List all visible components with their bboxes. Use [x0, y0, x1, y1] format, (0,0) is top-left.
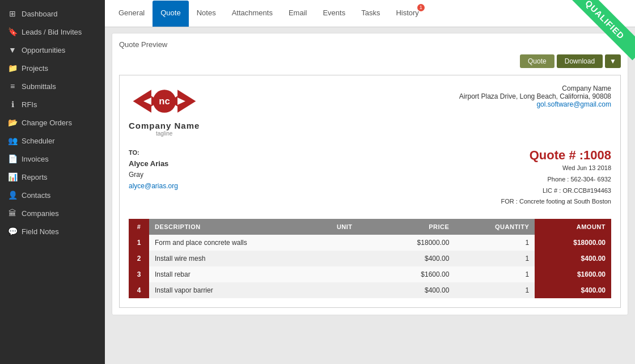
quote-actions-bar: Quote Download ▼ [119, 54, 621, 68]
th-num: # [129, 219, 149, 235]
sidebar-item-change-orders[interactable]: 📂 Change Orders [0, 113, 105, 132]
row-num: 1 [129, 235, 149, 251]
tab-tasks[interactable]: Tasks [353, 1, 388, 27]
sidebar-item-scheduler[interactable]: 👥 Scheduler [0, 132, 105, 150]
to-email: alyce@arias.org [129, 181, 178, 192]
sidebar-item-companies[interactable]: 🏛 Companies [0, 204, 105, 222]
sidebar-item-rfis[interactable]: ℹ RFIs [0, 95, 105, 113]
row-price: $400.00 [379, 282, 455, 298]
opportunities-icon: ▼ [8, 45, 17, 54]
sidebar-item-label: Reports [22, 173, 48, 181]
row-amount: $18000.00 [535, 235, 611, 251]
quote-number-section: Quote # :1008 Wed Jun 13 2018 Phone : 56… [501, 148, 611, 208]
download-button[interactable]: Download [557, 54, 603, 68]
quote-phone: Phone : 562-304- 6932 [501, 174, 611, 185]
tab-events[interactable]: Events [315, 1, 353, 27]
company-info: Company Name Airport Plaza Drive, Long B… [459, 84, 611, 108]
to-name: Alyce Arias [129, 158, 178, 170]
tab-bar: General Quote Notes Attachments Email Ev… [105, 0, 635, 27]
sidebar-item-contacts[interactable]: 👤 Contacts [0, 186, 105, 204]
sidebar-item-submittals[interactable]: ≡ Submittals [0, 77, 105, 95]
projects-icon: 📁 [8, 64, 17, 73]
quote-number: Quote # :1008 [501, 148, 611, 163]
row-num: 2 [129, 251, 149, 266]
row-price: $1600.00 [379, 266, 455, 282]
row-unit [331, 251, 379, 266]
company-tagline: tagline [156, 130, 172, 137]
history-badge: 1 [417, 4, 425, 11]
row-description: Form and place concrete walls [149, 235, 331, 251]
row-amount: $400.00 [535, 251, 611, 266]
sidebar-item-projects[interactable]: 📁 Projects [0, 59, 105, 77]
row-unit [331, 266, 379, 282]
sidebar-item-label: Invoices [22, 155, 49, 163]
table-row: 3 Install rebar $1600.00 1 $1600.00 [129, 266, 611, 282]
more-button[interactable]: ▼ [605, 54, 621, 68]
th-quantity: QUANTITY [455, 219, 535, 235]
sidebar-item-label: RFIs [22, 100, 37, 109]
sidebar-item-field-notes[interactable]: 💬 Field Notes [0, 222, 105, 240]
company-address: Airport Plaza Drive, Long Beach, Califor… [459, 92, 611, 100]
sidebar-item-label: Projects [22, 64, 48, 73]
sidebar-item-label: Contacts [22, 191, 50, 200]
main-wrapper: QUALIFIED General Quote Notes Attachment… [105, 0, 635, 364]
logo-svg: nc [130, 84, 198, 118]
row-price: $18000.00 [379, 235, 455, 251]
quote-for: FOR : Concrete footing at South Boston [501, 196, 611, 208]
invoices-icon: 📄 [8, 154, 17, 163]
table-row: 4 Install vapor barrier $400.00 1 $400.0… [129, 282, 611, 298]
dashboard-icon: ⊞ [8, 9, 17, 18]
reports-icon: 📊 [8, 172, 17, 181]
row-quantity: 1 [455, 235, 535, 251]
sidebar-item-label: Submittals [22, 82, 56, 91]
row-unit [331, 235, 379, 251]
sidebar-item-invoices[interactable]: 📄 Invoices [0, 150, 105, 168]
row-num: 3 [129, 266, 149, 282]
sidebar-item-dashboard[interactable]: ⊞ Dashboard [0, 5, 105, 23]
sidebar-item-label: Scheduler [22, 137, 55, 145]
sidebar-item-label: Companies [22, 209, 59, 218]
row-price: $400.00 [379, 251, 455, 266]
tab-notes[interactable]: Notes [189, 1, 224, 27]
svg-marker-0 [133, 90, 151, 113]
sidebar-item-leads[interactable]: 🔖 Leads / Bid Invites [0, 23, 105, 41]
sidebar: ⊞ Dashboard 🔖 Leads / Bid Invites ▼ Oppo… [0, 0, 105, 364]
to-info: TO: Alyce Arias Gray alyce@arias.org [129, 148, 178, 192]
main-content: General Quote Notes Attachments Email Ev… [105, 0, 635, 364]
submittals-icon: ≡ [8, 82, 17, 91]
tab-email[interactable]: Email [281, 1, 315, 27]
tab-general[interactable]: General [111, 1, 153, 27]
quote-to-section: TO: Alyce Arias Gray alyce@arias.org Quo… [129, 148, 611, 208]
th-price: PRICE [379, 219, 455, 235]
row-description: Install vapor barrier [149, 282, 331, 298]
sidebar-item-label: Opportunities [22, 46, 65, 54]
contacts-icon: 👤 [8, 191, 17, 200]
svg-text:nc: nc [159, 96, 170, 107]
change-orders-icon: 📂 [8, 118, 17, 127]
row-unit [331, 282, 379, 298]
to-company: Gray [129, 170, 178, 180]
quote-preview-card: Quote Preview Quote Download ▼ [112, 33, 628, 315]
row-quantity: 1 [455, 251, 535, 266]
row-amount: $400.00 [535, 282, 611, 298]
quote-preview-title: Quote Preview [119, 40, 621, 49]
th-amount: AMOUNT [535, 219, 611, 235]
sidebar-item-reports[interactable]: 📊 Reports [0, 168, 105, 186]
row-description: Install wire mesh [149, 251, 331, 266]
company-email: gol.software@gmail.com [459, 100, 611, 108]
quote-table: # DESCRIPTION UNIT PRICE QUANTITY AMOUNT… [129, 219, 611, 298]
row-quantity: 1 [455, 282, 535, 298]
tab-attachments[interactable]: Attachments [224, 1, 281, 27]
svg-marker-1 [177, 90, 196, 113]
table-row: 2 Install wire mesh $400.00 1 $400.00 [129, 251, 611, 266]
quote-details: Wed Jun 13 2018 Phone : 562-304- 6932 LI… [501, 163, 611, 208]
sidebar-item-label: Dashboard [22, 10, 58, 18]
invoice-body: nc Company Name tagline Company Name [119, 75, 621, 308]
company-name-logo: Company Name [129, 121, 200, 130]
row-quantity: 1 [455, 266, 535, 282]
tab-history[interactable]: History 1 [388, 1, 426, 27]
tab-quote[interactable]: Quote [153, 1, 188, 27]
rfis-icon: ℹ [8, 100, 17, 109]
quote-button[interactable]: Quote [520, 54, 554, 68]
sidebar-item-opportunities[interactable]: ▼ Opportunities [0, 41, 105, 59]
